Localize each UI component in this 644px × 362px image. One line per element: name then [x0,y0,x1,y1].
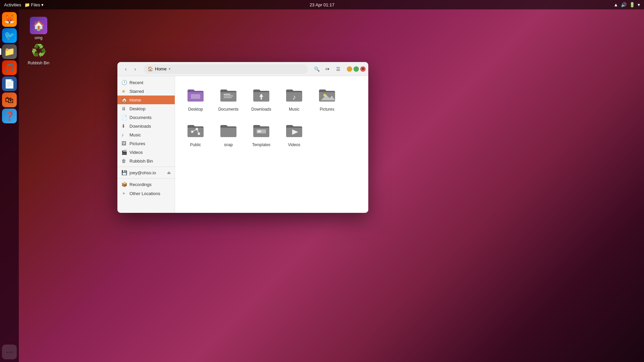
sidebar-item-downloads[interactable]: ⬇ Downloads [117,122,175,130]
svg-rect-0 [191,94,200,99]
battery-icon[interactable]: 🔋 [629,2,635,7]
dock-ubuntu-software[interactable]: 🛍 [2,93,17,107]
system-menu-icon[interactable]: ▾ [638,2,640,7]
wifi-icon[interactable]: ▲ [613,2,618,7]
location-dropdown-icon[interactable]: ▾ [169,67,170,71]
sidebar-item-other-locations[interactable]: ＋ Other Locations [117,189,175,198]
documents-nav-icon: 📄 [121,115,127,120]
dock-libreoffice[interactable]: 📄 [2,76,17,91]
downloads-nav-icon: ⬇ [121,123,127,129]
sidebar-label-desktop: Desktop [129,106,146,111]
sidebar-divider-1 [117,167,175,167]
desktop-icon-rubbish-label: Rubbish Bin [28,61,50,65]
sidebar-item-rubbish[interactable]: 🗑 Rubbish Bin [117,157,175,165]
dock-rhythmbox[interactable]: 🎵 [2,60,17,75]
sidebar-label-rubbish: Rubbish Bin [129,159,153,164]
location-bar[interactable]: 🏠 Home ▾ [144,64,308,74]
folder-templates-label: Templates [252,142,271,147]
sidebar-label-documents: Documents [129,115,152,120]
maximize-button[interactable] [354,66,359,72]
folder-music[interactable]: ♪ Music [279,81,309,114]
sidebar-item-desktop[interactable]: 🖥 Desktop [117,104,175,113]
folder-pictures[interactable]: Pictures [312,81,342,114]
forward-button[interactable]: › [131,65,140,73]
files-menu[interactable]: 📁 Files ▾ [24,2,44,7]
folder-documents[interactable]: Documents [213,81,244,114]
close-button[interactable]: ✕ [360,66,366,72]
folder-videos-label: Videos [288,142,300,147]
folder-desktop-label: Desktop [188,107,203,112]
sidebar-item-music[interactable]: ♪ Music [117,130,175,139]
sidebar-label-music: Music [129,132,141,137]
main-content: Desktop Documents [175,76,368,213]
dock-files[interactable]: 📁 [2,44,17,59]
sidebar-label-videos: Videos [129,150,143,155]
sidebar-label-downloads: Downloads [129,124,151,129]
desktop-icon-omg-label: omg [35,36,42,40]
sidebar-label-joey: joey@ohso.io [129,170,156,175]
dock-firefox[interactable]: 🦊 [2,12,17,27]
datetime: 23 Apr 01:17 [310,2,334,7]
folder-public[interactable]: Public [180,117,211,150]
other-locations-icon: ＋ [121,190,127,196]
folder-documents-label: Documents [218,107,239,112]
menu-button[interactable]: ☰ [333,64,343,74]
rubbish-nav-icon: 🗑 [121,158,127,164]
folder-snap[interactable]: snap [213,117,244,150]
folder-templates[interactable]: Templates [246,117,276,150]
title-bar: ‹ › 🏠 Home ▾ 🔍 ≡▾ ☰ ✕ [117,62,368,76]
sidebar-item-recent[interactable]: 🕐 Recent [117,78,175,87]
folder-snap-label: snap [224,142,233,147]
svg-text:♪: ♪ [292,93,296,101]
show-apps-button[interactable]: ⋯ [2,345,17,359]
sidebar-label-other-locations: Other Locations [129,191,160,196]
folder-videos[interactable]: Videos [279,117,309,150]
dock-thunderbird[interactable]: 🐦 [2,28,17,43]
folder-desktop[interactable]: Desktop [180,81,211,114]
svg-rect-14 [258,130,261,132]
sidebar: 🕐 Recent ★ Starred 🏠 Home 🖥 Desktop 📄 Do… [117,76,175,213]
sidebar-label-pictures: Pictures [129,141,145,146]
desktop-nav-icon: 🖥 [121,106,127,111]
pictures-nav-icon: 🖼 [121,141,127,146]
recordings-nav-icon: 📦 [121,182,127,187]
svg-rect-2 [224,96,233,97]
location-label: Home [155,66,167,71]
topbar: Activities 📁 Files ▾ 23 Apr 01:17 ▲ 🔊 🔋 … [0,0,644,9]
sidebar-item-recordings[interactable]: 📦 Recordings [117,180,175,189]
folder-downloads[interactable]: Downloads [246,81,276,114]
home-icon: 🏠 [148,66,153,71]
volume-icon[interactable]: 🔊 [621,2,627,7]
minimize-button[interactable] [347,66,352,72]
svg-rect-3 [224,97,232,98]
activities-button[interactable]: Activities [4,2,21,7]
sidebar-item-joey[interactable]: 💾 joey@ohso.io ⏏ [117,168,175,177]
folder-pictures-label: Pictures [320,107,334,112]
sidebar-item-starred[interactable]: ★ Starred [117,87,175,96]
sidebar-item-home[interactable]: 🏠 Home [117,96,175,104]
sidebar-label-recordings: Recordings [129,182,152,187]
desktop-icon-rubbish[interactable]: ♻️ Rubbish Bin [25,42,52,65]
sidebar-divider-2 [117,178,175,179]
sidebar-item-pictures[interactable]: 🖼 Pictures [117,139,175,148]
window-body: 🕐 Recent ★ Starred 🏠 Home 🖥 Desktop 📄 Do… [117,76,368,213]
videos-nav-icon: 🎬 [121,149,127,155]
home-nav-icon: 🏠 [121,97,127,103]
dock: 🦊 🐦 📁 🎵 📄 🛍 ❓ ⋯ [0,9,19,362]
sidebar-label-home: Home [129,98,141,103]
view-list-button[interactable]: ≡▾ [323,64,332,74]
music-nav-icon: ♪ [121,132,127,137]
recent-icon: 🕐 [121,80,127,85]
eject-icon[interactable]: ⏏ [167,170,171,175]
back-button[interactable]: ‹ [121,65,130,73]
dock-help[interactable]: ❓ [2,109,17,123]
folder-music-label: Music [289,107,299,112]
desktop-icon-omg[interactable]: 🏠 omg [25,17,52,40]
starred-icon: ★ [121,88,127,94]
remote-icon: 💾 [121,170,127,175]
svg-rect-1 [224,94,230,95]
folder-downloads-label: Downloads [251,107,271,112]
sidebar-item-videos[interactable]: 🎬 Videos [117,148,175,157]
search-button[interactable]: 🔍 [312,64,321,74]
sidebar-item-documents[interactable]: 📄 Documents [117,113,175,122]
